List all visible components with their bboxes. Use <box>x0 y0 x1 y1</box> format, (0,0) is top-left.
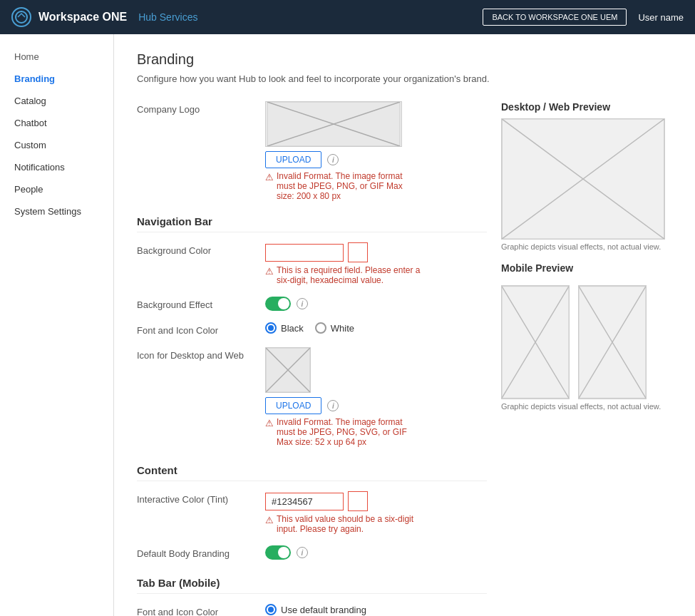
icon-desktop-web-label: Icon for Desktop and Web <box>137 347 265 361</box>
background-effect-toggle-row: i <box>265 297 487 311</box>
radio-white-circle[interactable] <box>315 322 326 334</box>
radio-use-default-label: Use default branding <box>281 605 366 615</box>
icon-desktop-error: ⚠ Invalid Format. The image format must … <box>265 417 422 447</box>
interactive-color-label: Interactive Color (Tint) <box>137 491 265 505</box>
radio-option-black[interactable]: Black <box>265 322 304 334</box>
font-icon-color-radio-group: Black White <box>265 322 487 334</box>
radio-black-label: Black <box>281 323 304 334</box>
icon-desktop-upload-area: UPLOAD i <box>265 397 487 414</box>
tab-bar-font-icon-color-label: Font and Icon Color <box>137 604 265 616</box>
interactive-color-error-icon: ⚠ <box>265 515 274 525</box>
default-body-branding-control: i <box>265 545 487 560</box>
default-body-branding-toggle[interactable] <box>265 545 291 560</box>
sidebar: Home Branding Catalog Chatbot Custom Not… <box>0 34 114 616</box>
background-color-error-text: This is a required field. Please enter a… <box>277 265 422 285</box>
radio-black-circle[interactable] <box>265 322 277 334</box>
background-color-error-icon: ⚠ <box>265 266 274 277</box>
company-logo-placeholder <box>265 101 402 147</box>
icon-desktop-web-row: Icon for Desktop and Web UPLOAD i <box>137 347 487 447</box>
sidebar-item-branding[interactable]: Branding <box>0 68 113 90</box>
background-color-control: ⚠ This is a required field. Please enter… <box>265 242 487 285</box>
tab-bar-font-icon-color-control: Use default branding Same as Navigation … <box>265 604 487 616</box>
company-logo-label: Company Logo <box>137 101 265 115</box>
username-display: User name <box>638 12 684 23</box>
default-body-branding-toggle-row: i <box>265 545 487 560</box>
company-logo-error-icon: ⚠ <box>265 172 274 183</box>
default-body-branding-info-icon[interactable]: i <box>297 547 308 558</box>
tab-bar-font-icon-color-row: Font and Icon Color Use default branding… <box>137 604 487 616</box>
sidebar-item-system-settings[interactable]: System Settings <box>0 200 113 222</box>
background-color-swatch[interactable] <box>348 242 368 262</box>
company-logo-upload-button[interactable]: UPLOAD <box>265 151 321 168</box>
radio-white-label: White <box>331 323 354 334</box>
mobile-preview-row <box>501 285 672 399</box>
navigation-bar-section-title: Navigation Bar <box>137 215 487 232</box>
form-area: Company Logo UPLOAD i <box>137 101 487 616</box>
page-title: Branding <box>137 51 672 68</box>
background-effect-control: i <box>265 297 487 311</box>
mobile-preview-title: Mobile Preview <box>501 262 672 274</box>
sidebar-item-home[interactable]: Home <box>0 46 113 68</box>
icon-desktop-error-icon: ⚠ <box>265 418 274 428</box>
default-body-branding-label: Default Body Branding <box>137 545 265 559</box>
font-icon-color-control: Black White <box>265 322 487 334</box>
app-layout: Home Branding Catalog Chatbot Custom Not… <box>0 34 695 616</box>
background-color-error: ⚠ This is a required field. Please enter… <box>265 265 422 285</box>
company-logo-row: Company Logo UPLOAD i <box>137 101 487 201</box>
header-right: BACK TO WORKSPACE ONE UEM User name <box>483 9 684 26</box>
mobile-preview-caption: Graphic depicts visual effects, not actu… <box>501 402 672 411</box>
background-effect-toggle[interactable] <box>265 297 291 311</box>
background-color-label: Background Color <box>137 242 265 256</box>
sidebar-item-chatbot[interactable]: Chatbot <box>0 112 113 134</box>
company-logo-error-text: Invalid Format. The image format must be… <box>277 171 422 201</box>
icon-desktop-info-icon[interactable]: i <box>327 400 339 411</box>
background-effect-row: Background Effect i <box>137 297 487 311</box>
radio-use-default-circle[interactable] <box>265 604 277 615</box>
back-to-uem-button[interactable]: BACK TO WORKSPACE ONE UEM <box>483 9 627 26</box>
company-logo-upload-area: UPLOAD i <box>265 151 487 168</box>
main-content: Branding Configure how you want Hub to l… <box>114 34 695 616</box>
sidebar-item-custom[interactable]: Custom <box>0 134 113 156</box>
interactive-color-swatch[interactable] <box>348 491 368 511</box>
interactive-color-row: Interactive Color (Tint) ⚠ This valid va… <box>137 491 487 534</box>
content-area: Company Logo UPLOAD i <box>137 101 672 616</box>
tab-bar-section-title: Tab Bar (Mobile) <box>137 577 487 594</box>
interactive-color-control: ⚠ This valid value should be a six-digit… <box>265 491 487 534</box>
background-effect-label: Background Effect <box>137 297 265 310</box>
desktop-preview-box <box>501 118 665 240</box>
company-logo-control: UPLOAD i ⚠ Invalid Format. The image for… <box>265 101 487 201</box>
app-logo <box>11 7 31 27</box>
icon-desktop-error-text: Invalid Format. The image format must be… <box>277 417 422 447</box>
icon-desktop-placeholder <box>265 347 311 393</box>
page-description: Configure how you want Hub to look and f… <box>137 73 672 84</box>
font-icon-color-row: Font and Icon Color Black White <box>137 322 487 336</box>
preview-panel: Desktop / Web Preview Graphic depicts vi… <box>487 101 672 616</box>
background-color-input[interactable] <box>265 244 344 262</box>
icon-desktop-upload-button[interactable]: UPLOAD <box>265 397 321 414</box>
font-icon-color-label: Font and Icon Color <box>137 322 265 336</box>
default-body-branding-row: Default Body Branding i <box>137 545 487 560</box>
sidebar-item-catalog[interactable]: Catalog <box>0 90 113 112</box>
service-name: Hub Services <box>138 11 197 23</box>
app-header: Workspace ONE Hub Services BACK TO WORKS… <box>0 0 695 34</box>
desktop-preview-caption: Graphic depicts visual effects, not actu… <box>501 242 672 251</box>
app-name: Workspace ONE <box>38 11 127 24</box>
header-left: Workspace ONE Hub Services <box>11 7 197 27</box>
background-color-row: Background Color ⚠ This is a required fi… <box>137 242 487 285</box>
background-effect-info-icon[interactable]: i <box>297 298 308 309</box>
radio-option-white[interactable]: White <box>315 322 354 334</box>
mobile-preview-box-1 <box>501 285 570 399</box>
background-color-input-row <box>265 242 487 262</box>
interactive-color-error: ⚠ This valid value should be a six-digit… <box>265 514 422 534</box>
mobile-preview-box-2 <box>578 285 647 399</box>
company-logo-info-icon[interactable]: i <box>327 154 339 165</box>
interactive-color-input-row <box>265 491 487 511</box>
icon-desktop-web-control: UPLOAD i ⚠ Invalid Format. The image for… <box>265 347 487 447</box>
radio-option-use-default[interactable]: Use default branding <box>265 604 487 615</box>
interactive-color-error-text: This valid value should be a six-digit i… <box>277 514 422 534</box>
sidebar-item-notifications[interactable]: Notifications <box>0 156 113 178</box>
content-section-title: Content <box>137 464 487 481</box>
interactive-color-input[interactable] <box>265 493 344 510</box>
desktop-preview-title: Desktop / Web Preview <box>501 101 672 113</box>
sidebar-item-people[interactable]: People <box>0 178 113 200</box>
